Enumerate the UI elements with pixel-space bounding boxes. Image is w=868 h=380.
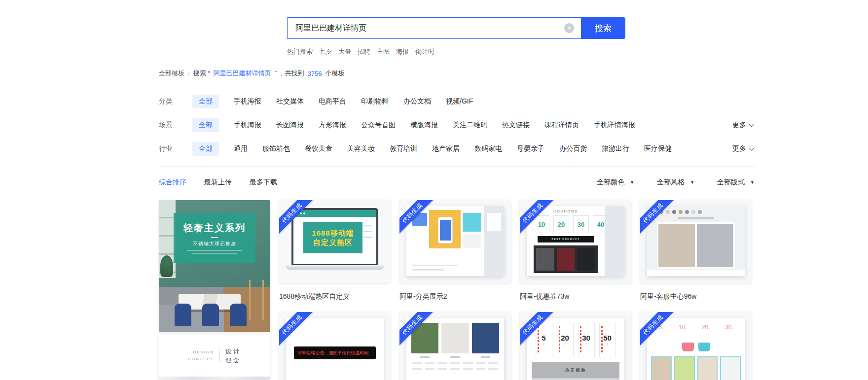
more-scene-button[interactable]: 更多 [732,121,754,130]
hot-search-link[interactable]: 倒计时 [415,47,434,56]
coupon-ticket: 20 / [557,323,574,357]
template-card-hot-sale[interactable]: 代码生成 5 / 20 / 30 / 50 [520,312,631,380]
cyan-tile [463,213,481,232]
filter-option[interactable]: 方形海报 [319,118,346,132]
hot-search-link[interactable]: 海报 [396,47,409,56]
filter-option[interactable]: 手机详情海报 [594,118,635,132]
hot-search-link[interactable]: 大暑 [338,47,351,56]
search-input[interactable] [287,17,581,39]
template-card-category-display[interactable]: 代码生成 [399,200,511,283]
filter-option[interactable]: 服饰箱包 [262,142,290,156]
template-card-notice[interactable]: 代码生成 1688店铺公告，通知节假日快递时间… [279,312,391,380]
dash-divider [211,237,218,238]
filter-option[interactable]: 旅游出行 [602,142,629,156]
filter-option[interactable]: 办公百货 [559,142,587,156]
caret-down-icon: ▼ [630,180,634,185]
style-dropdown[interactable]: 全部风格 ▼ [657,178,694,187]
ticket-perforation [538,326,539,354]
avatar [698,210,702,214]
filter-option[interactable]: 全部 [192,142,219,156]
filter-option[interactable]: 手机海报 [234,118,261,132]
filter-option[interactable]: 关注二维码 [453,118,487,132]
filter-option[interactable]: 数码家电 [474,142,502,156]
layout-dropdown-label: 全部版式 [717,178,745,187]
breadcrumb-keyword[interactable]: 阿里巴巴建材详情页 [214,69,271,78]
template-card-kids-fashion[interactable]: 代码生成 [399,312,511,380]
filter-option[interactable]: 餐饮美食 [305,142,332,156]
template-card-furniture[interactable]: 轻奢主义系列 不锈钢大理石餐桌 [159,200,270,332]
template-card-title[interactable]: 阿里-分类展示2 [399,291,511,301]
laptop-screen-content: 1688移动端 自定义熱区 [293,210,376,264]
filter-label-scene: 场景 [159,121,192,130]
filter-label-industry: 行业 [159,144,192,153]
filter-option[interactable]: 医疗保健 [644,142,672,156]
style-dropdown-label: 全部风格 [657,178,685,187]
filter-option[interactable]: 视频/GIF [446,95,473,108]
filter-option[interactable]: 全部 [192,118,219,132]
breadcrumb-all-templates[interactable]: 全部模板 [159,69,184,78]
template-card-customer-service[interactable]: 代码生成 [640,200,752,283]
template-grid: 轻奢主义系列 不锈钢大理石餐桌 DESIGN CONCEPT 设计 [159,200,755,380]
sort-option-most-downloaded[interactable]: 最多下载 [250,178,277,187]
hot-search-link[interactable]: 七夕 [319,47,332,56]
page-mockup: 5 / 20 / 30 / 50 / 热卖服装 [527,318,624,380]
decorative-line [192,253,237,254]
browser-dot [303,212,305,214]
filter-option[interactable]: 热文链接 [502,118,530,132]
template-card-title[interactable]: 1688移动端热区自定义 [279,291,391,301]
filter-option[interactable]: 全部 [192,95,219,108]
avatar [666,210,670,214]
avatar [672,210,676,214]
filter-option[interactable]: 美容美妆 [347,142,375,156]
model-photo [536,248,554,271]
page-mockup: 1688店铺公告，通知节假日快递时间… [286,318,384,380]
decorative-line [187,250,242,251]
coupon-ticket-row: 5 / 20 / 30 / 50 / [532,323,619,357]
sort-option-comprehensive[interactable]: 综合排序 [159,178,186,187]
clear-search-icon[interactable]: ✕ [564,23,574,33]
product-photo [651,356,672,380]
filter-option[interactable]: 地产家居 [432,142,460,156]
filter-option[interactable]: 课程详情页 [544,118,579,132]
template-card-design-concept[interactable]: DESIGN CONCEPT 设计 理念 [159,335,270,380]
filter-option[interactable]: 手机海报 [234,95,261,108]
tag-row [647,343,745,351]
template-card-pastel-products[interactable]: 代码生成 5. 10. 20. 30. [640,312,752,380]
filter-option[interactable]: 长图海报 [276,118,304,132]
template-card-title[interactable]: 阿里-客服中心96w [640,291,752,301]
grid-column: 代码生成 阿里-分类展示2 [399,200,511,380]
ticket-perforation [559,326,560,354]
filter-option[interactable]: 横版海报 [410,118,438,132]
filter-option[interactable]: 电商平台 [319,95,346,108]
more-industry-button[interactable]: 更多 [732,144,754,153]
template-card-coupons[interactable]: 代码生成 COUPONS 10 20 30 40 BEST PRODUCT [520,200,631,283]
coupon-slash: / [585,342,586,346]
grid-column: 代码生成 1688移动端 自定义熱区 [279,200,391,380]
page-container: ✕ 搜索 热门搜索 七夕 大暑 招聘 主图 海报 倒计时 全部模板 / 搜索 “… [159,0,755,380]
footer-strip [647,270,745,276]
layout-dropdown[interactable]: 全部版式 ▼ [717,178,755,187]
coupon-ticket: 50 / [599,323,616,357]
coupon-value: 30 [582,334,590,342]
notice-banner: 1688店铺公告，通知节假日快递时间… [294,346,376,359]
hot-sale-banner: 热卖服装 [532,362,619,378]
hot-search-label: 热门搜索 [287,47,313,56]
sort-option-newest[interactable]: 最新上传 [204,178,232,187]
hot-search-link[interactable]: 主图 [377,47,390,56]
decorative-line [363,225,372,226]
filter-option[interactable]: 印刷物料 [361,95,389,108]
coupon-slash: / [607,342,608,346]
search-button[interactable]: 搜索 [581,17,625,39]
template-card-1688-hotzone[interactable]: 代码生成 1688移动端 自定义熱区 [279,200,391,283]
color-dropdown[interactable]: 全部颜色 ▼ [597,178,634,187]
filter-option[interactable]: 社交媒体 [276,95,304,108]
filter-option[interactable]: 教育培训 [390,142,417,156]
filter-option[interactable]: 公众号首图 [361,118,396,132]
product-photo [720,356,741,380]
filter-option[interactable]: 通用 [234,142,248,156]
template-card-title[interactable]: 阿里-优惠券73w [520,291,631,301]
filter-option[interactable]: 办公文档 [403,95,431,108]
hot-search-link[interactable]: 招聘 [358,47,370,56]
filter-option[interactable]: 母婴亲子 [517,142,544,156]
banner-line2: 自定义熱区 [313,238,353,247]
